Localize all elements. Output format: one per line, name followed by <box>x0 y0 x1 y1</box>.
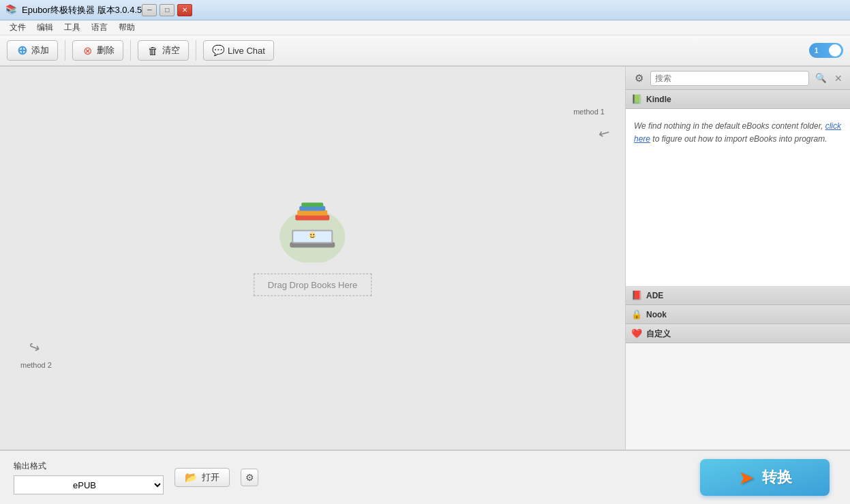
close-search-button[interactable]: ✕ <box>832 72 845 84</box>
method1-label: method 1 <box>573 108 605 116</box>
ade-header[interactable]: 📕 ADE <box>626 286 850 305</box>
close-button[interactable]: ✕ <box>177 4 192 16</box>
search-bar: ⚙ 🔍 ✕ <box>626 67 850 90</box>
delete-label: 删除 <box>97 44 115 57</box>
clear-button[interactable]: 🗑 清空 <box>138 40 189 61</box>
left-panel: method 1 ↙ <box>0 67 625 450</box>
svg-rect-7 <box>302 203 324 207</box>
nook-header[interactable]: 🔒 Nook <box>626 305 850 324</box>
toggle-label: 1 <box>815 47 819 54</box>
kindle-content: We find nothing in the default eBooks co… <box>626 109 850 286</box>
open-label: 打开 <box>202 471 219 484</box>
arrow-icon: ➤ <box>738 467 754 489</box>
svg-rect-6 <box>300 206 326 211</box>
ade-icon: 📕 <box>631 290 642 301</box>
search-button[interactable]: 🔍 <box>813 71 828 86</box>
svg-rect-5 <box>298 210 328 216</box>
app-title: Epubor终极转换器 版本3.0.4.5 <box>22 4 142 16</box>
toggle-switch[interactable]: 1 <box>809 43 843 58</box>
kindle-icon: 📗 <box>631 94 642 105</box>
bottom-bar: 输出格式 ePUB MOBI AZW3 PDF TXT 📂 打开 ⚙ ➤ 转换 <box>0 450 850 504</box>
main-area: method 1 ↙ <box>0 67 850 450</box>
separator3 <box>196 40 196 61</box>
settings-icon[interactable]: ⚙ <box>631 71 646 86</box>
gear-icon: ⚙ <box>245 472 254 483</box>
add-icon: ⊕ <box>16 44 28 57</box>
kindle-header[interactable]: 📗 Kindle <box>626 90 850 109</box>
custom-icon: ❤️ <box>631 328 642 339</box>
search-input[interactable] <box>650 71 809 86</box>
dragdrop-area[interactable]: Drag Drop Books Here <box>254 202 372 296</box>
menu-language[interactable]: 语言 <box>86 20 113 35</box>
delete-button[interactable]: ⊗ 删除 <box>72 40 123 61</box>
convert-button[interactable]: ➤ 转换 <box>700 459 830 496</box>
add-label: 添加 <box>31 44 49 57</box>
custom-header[interactable]: ❤️ 自定义 <box>626 324 850 343</box>
clear-icon: 🗑 <box>147 44 159 57</box>
separator <box>65 40 65 61</box>
menu-edit[interactable]: 编辑 <box>31 20 59 35</box>
add-button[interactable]: ⊕ 添加 <box>7 40 58 61</box>
settings-button[interactable]: ⚙ <box>241 469 258 486</box>
method2-arrow-icon: ↩ <box>26 338 42 357</box>
app-icon: 📚 <box>5 4 18 16</box>
separator2 <box>130 40 131 61</box>
menu-help[interactable]: 帮助 <box>113 20 140 35</box>
toolbar: ⊕ 添加 ⊗ 删除 🗑 清空 💬 Live Chat 1 <box>0 35 850 67</box>
custom-label: 自定义 <box>646 328 671 340</box>
svg-point-9 <box>311 234 312 236</box>
clear-label: 清空 <box>162 44 180 57</box>
kindle-label: Kindle <box>646 95 671 104</box>
livechat-icon: 💬 <box>212 44 224 57</box>
output-format-section: 输出格式 ePUB MOBI AZW3 PDF TXT <box>14 460 164 494</box>
folder-icon: 📂 <box>185 471 198 484</box>
menu-file[interactable]: 文件 <box>4 20 31 35</box>
livechat-button[interactable]: 💬 Live Chat <box>203 40 274 61</box>
svg-rect-4 <box>296 215 330 221</box>
menu-tools[interactable]: 工具 <box>59 20 86 35</box>
device-list: 📗 Kindle We find nothing in the default … <box>626 90 850 450</box>
titlebar: 📚 Epubor终极转换器 版本3.0.4.5 ─ □ ✕ <box>0 0 850 20</box>
svg-point-10 <box>314 234 315 236</box>
menubar: 文件 编辑 工具 语言 帮助 <box>0 20 850 35</box>
empty-message: We find nothing in the default eBooks co… <box>634 120 842 146</box>
illustration <box>275 202 350 263</box>
livechat-label: Live Chat <box>228 46 265 56</box>
output-format-label: 输出格式 <box>14 460 164 472</box>
nook-label: Nook <box>646 310 667 319</box>
open-button[interactable]: 📂 打开 <box>174 468 230 487</box>
nook-icon: 🔒 <box>631 309 642 320</box>
format-select[interactable]: ePUB MOBI AZW3 PDF TXT <box>14 475 164 494</box>
maximize-button[interactable]: □ <box>160 4 174 16</box>
convert-label: 转换 <box>762 467 792 488</box>
ade-label: ADE <box>646 291 663 300</box>
right-panel: ⚙ 🔍 ✕ 📗 Kindle We find nothing in the de… <box>625 67 850 450</box>
window-controls: ─ □ ✕ <box>142 4 192 16</box>
method2-label: method 2 <box>20 361 52 369</box>
minimize-button[interactable]: ─ <box>142 4 157 16</box>
dragdrop-label[interactable]: Drag Drop Books Here <box>254 274 372 296</box>
delete-icon: ⊗ <box>81 44 93 57</box>
method1-arrow-icon: ↙ <box>595 123 613 142</box>
toggle-knob <box>829 44 841 57</box>
